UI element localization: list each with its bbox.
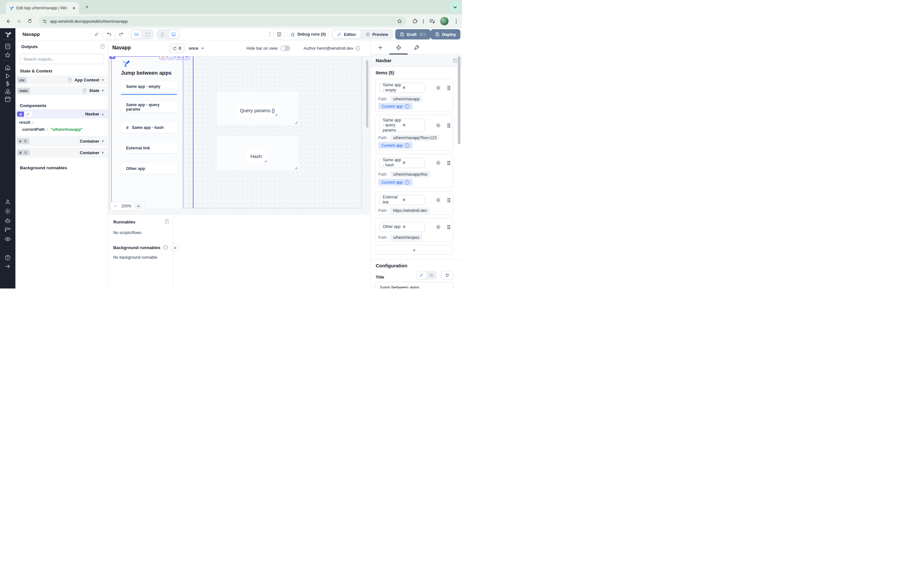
ctx-chevron-icon[interactable]: ▾ [102, 78, 103, 82]
redo-button[interactable] [115, 29, 128, 39]
run-mode-select[interactable]: once [189, 46, 204, 51]
workspace-icon[interactable] [5, 43, 11, 50]
more-options-icon[interactable]: ⋮ [268, 31, 272, 37]
center-layout-button[interactable] [131, 30, 142, 39]
title-value-input[interactable] [375, 282, 453, 288]
connect-plug-icon[interactable] [441, 271, 453, 279]
canvas-scrollbar[interactable] [366, 60, 368, 127]
hash-container[interactable]: Hash: [217, 136, 298, 170]
query-params-container[interactable]: Query params {} [217, 91, 298, 125]
item-1-settings-icon[interactable] [436, 85, 441, 90]
item-3-label-input[interactable]: Same app - hash✕ [380, 158, 425, 168]
runnables-panel-icon[interactable] [165, 219, 169, 224]
component-doc-icon[interactable] [453, 58, 457, 63]
item-5-drag-handle-icon[interactable] [447, 225, 451, 229]
media-controls-icon[interactable] [429, 19, 435, 24]
edit-name-pencil-icon[interactable] [94, 32, 99, 37]
move-tool-icon[interactable] [184, 56, 190, 60]
profile-avatar[interactable] [440, 17, 449, 25]
preview-tab[interactable]: Preview [361, 30, 393, 39]
add-background-runnable-button[interactable]: + [171, 243, 179, 251]
panel-collapse-icon[interactable] [100, 44, 105, 49]
back-icon[interactable] [3, 19, 13, 24]
nav-item-external-link[interactable]: External link [121, 143, 177, 153]
container-e-chevron-icon[interactable]: ▾ [102, 139, 103, 143]
bookmark-star-icon[interactable] [397, 19, 402, 24]
extensions-icon[interactable] [412, 18, 418, 24]
state-doc-icon[interactable] [82, 89, 87, 93]
ctx-row[interactable]: ctx App Context ▾ [15, 76, 108, 84]
item-3-drag-handle-icon[interactable] [447, 161, 451, 165]
users-icon[interactable] [5, 199, 11, 205]
docs-button[interactable] [273, 29, 285, 39]
workers-robot-icon[interactable] [5, 218, 11, 224]
resources-icon[interactable] [5, 88, 11, 95]
anchor-tool-icon[interactable] [176, 56, 182, 60]
item-2-settings-icon[interactable] [436, 123, 441, 128]
component-pencil-icon[interactable] [24, 111, 32, 117]
browser-tab[interactable]: Edit App u/henri/navapp | Win ✕ [6, 2, 79, 14]
tab-overflow-button[interactable] [450, 2, 460, 12]
clear-icon[interactable]: ✕ [402, 85, 422, 90]
clear-icon[interactable]: ✕ [402, 224, 422, 229]
nav-item-same-app-empty[interactable]: Same app - empty [121, 81, 177, 92]
runs-icon[interactable] [5, 73, 11, 79]
item-1-drag-handle-icon[interactable] [447, 85, 451, 90]
container-e-row[interactable]: e Container ▾ [15, 136, 108, 146]
zoom-out-button[interactable]: − [113, 204, 118, 208]
query-params-text-widget[interactable]: Query params {} [237, 105, 278, 116]
audit-eye-icon[interactable] [5, 236, 11, 242]
fullscreen-tool-icon[interactable] [168, 56, 174, 60]
container-d-row[interactable]: d Container ▾ [15, 148, 108, 157]
item-5-label-input[interactable]: Other app✕ [380, 222, 425, 232]
hide-bar-toggle[interactable] [280, 45, 290, 51]
settings-gear-icon[interactable] [5, 208, 11, 214]
reload-icon[interactable] [24, 19, 35, 24]
editor-tab[interactable]: Editor [333, 30, 361, 39]
mobile-view-button[interactable] [157, 30, 168, 39]
windmill-logo-icon[interactable] [5, 31, 11, 37]
expand-down-tool-icon[interactable] [160, 56, 166, 60]
help-icon[interactable] [5, 255, 11, 261]
navbar-component-row[interactable]: a Navbar ▴ [15, 110, 108, 118]
forward-icon[interactable] [13, 19, 24, 24]
ctx-doc-icon[interactable] [68, 78, 72, 82]
info-icon[interactable]: i [405, 104, 409, 109]
folders-icon[interactable] [5, 227, 11, 233]
clear-icon[interactable]: ✕ [402, 160, 422, 165]
nav-item-other-app[interactable]: Other app [121, 163, 177, 174]
hash-text-widget[interactable]: Hash: [246, 149, 267, 163]
new-tab-button[interactable]: + [86, 4, 89, 11]
search-outputs-input[interactable] [20, 54, 104, 64]
item-2-drag-handle-icon[interactable] [447, 123, 451, 127]
component-settings-tab[interactable] [395, 44, 402, 51]
item-3-settings-icon[interactable] [436, 160, 441, 165]
variables-icon[interactable] [5, 81, 11, 87]
address-bar[interactable]: app.windmill.dev/apps/edit/u/henri/navap… [39, 16, 406, 26]
undo-button[interactable] [103, 29, 115, 39]
deploy-button[interactable]: Deploy [431, 29, 460, 39]
nav-item-hash[interactable]: #Same app - hash [121, 122, 177, 133]
home-icon[interactable] [5, 64, 11, 71]
styling-brush-tab[interactable] [413, 44, 421, 51]
debug-runs-button[interactable]: Debug runs (0) [288, 29, 328, 39]
state-row[interactable]: state State ▾ [15, 86, 108, 95]
static-value-pencil-icon[interactable] [417, 271, 426, 279]
canvas[interactable]: a Jump between apps Same app - empty Sam… [108, 56, 370, 214]
function-mode-icon[interactable] [427, 271, 436, 279]
panel-scrollbar[interactable] [458, 56, 460, 144]
info-icon[interactable]: i [405, 143, 409, 148]
clear-icon[interactable]: ✕ [402, 123, 422, 128]
insert-component-tab[interactable] [376, 44, 384, 51]
author-info-icon[interactable]: i [355, 46, 360, 51]
item-4-settings-icon[interactable] [436, 197, 441, 203]
info-icon[interactable]: i [405, 180, 409, 185]
add-nav-item-button[interactable]: + [375, 245, 453, 255]
favorites-star-icon[interactable] [5, 52, 11, 58]
item-2-label-input[interactable]: Same app - query params✕ [380, 119, 425, 132]
draft-button[interactable]: Draft ⌘S [395, 29, 431, 39]
schedules-icon[interactable] [5, 96, 11, 102]
fullwidth-layout-button[interactable] [142, 30, 153, 39]
item-4-drag-handle-icon[interactable] [447, 198, 451, 202]
item-1-label-input[interactable]: Same app - empty✕ [380, 83, 425, 93]
